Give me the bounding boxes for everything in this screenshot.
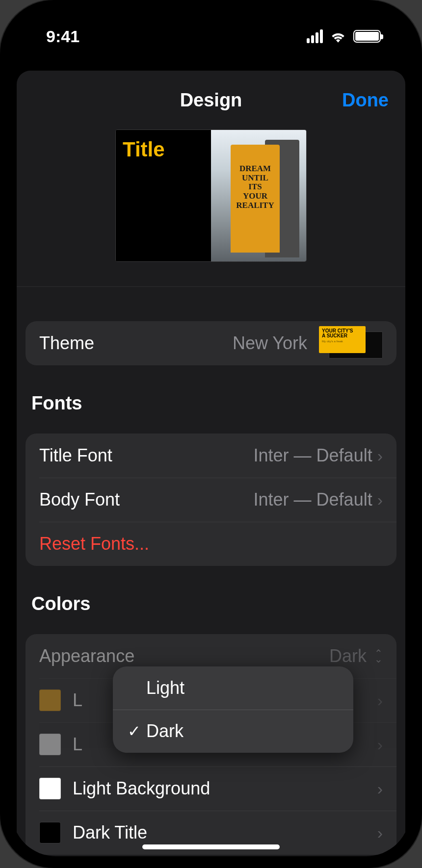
- appearance-option-light[interactable]: Light: [113, 666, 353, 710]
- chevron-right-icon: ›: [377, 823, 383, 842]
- check-icon: ✓: [124, 722, 144, 740]
- design-preview: Title DREAM UNTIL ITS YOUR REALITY: [17, 129, 405, 287]
- reset-fonts-row[interactable]: Reset Fonts...: [26, 522, 396, 566]
- appearance-value: Dark: [329, 646, 367, 666]
- status-time: 9:41: [46, 27, 79, 46]
- theme-thumbnail: YOUR CITY'S A SUCKER My city's a freak: [319, 326, 383, 360]
- chevron-right-icon: ›: [377, 779, 383, 798]
- appearance-option-label: Light: [146, 678, 185, 698]
- appearance-popover: Light ✓ Dark: [113, 666, 353, 753]
- color-row-label: Light Background: [73, 778, 377, 799]
- body-font-value: Inter — Default: [254, 489, 372, 510]
- preview-left: Title: [116, 130, 211, 261]
- title-font-row[interactable]: Title Font Inter — Default ›: [26, 434, 396, 478]
- status-indicators: [307, 29, 381, 43]
- fonts-group: Title Font Inter — Default › Body Font I…: [26, 434, 396, 566]
- color-row-2[interactable]: Light Background ›: [26, 766, 396, 811]
- theme-row[interactable]: Theme New York YOUR CITY'S A SUCKER My c…: [26, 321, 396, 365]
- home-indicator[interactable]: [142, 844, 280, 849]
- color-row-label: Dark Title: [73, 822, 377, 843]
- title-font-label: Title Font: [39, 445, 254, 466]
- fonts-header: Fonts: [31, 393, 405, 414]
- chevron-right-icon: ›: [377, 735, 383, 754]
- preview-card: Title DREAM UNTIL ITS YOUR REALITY: [115, 129, 307, 262]
- preview-graffiti-text: DREAM UNTIL ITS YOUR REALITY: [236, 164, 275, 210]
- sheet-header: Design Done: [17, 71, 405, 129]
- page-title: Design: [180, 90, 242, 111]
- wifi-icon: [330, 30, 346, 43]
- color-swatch: [39, 778, 61, 799]
- theme-group: Theme New York YOUR CITY'S A SUCKER My c…: [26, 321, 396, 365]
- preview-title-text: Title: [123, 138, 204, 161]
- chevron-right-icon: ›: [377, 490, 383, 510]
- sheet-scroll[interactable]: Theme New York YOUR CITY'S A SUCKER My c…: [17, 287, 405, 856]
- status-bar: 9:41: [12, 12, 410, 61]
- color-swatch: [39, 689, 61, 711]
- theme-value: New York: [233, 333, 307, 354]
- color-swatch: [39, 822, 61, 843]
- body-font-label: Body Font: [39, 489, 254, 510]
- done-button[interactable]: Done: [342, 90, 389, 111]
- color-swatch: [39, 734, 61, 755]
- updown-icon: ⌃⌄: [374, 650, 383, 662]
- colors-group: Appearance Dark ⌃⌄ L › L ›: [26, 634, 396, 855]
- device-frame: 9:41 Design Done: [0, 0, 422, 868]
- cellular-icon: [307, 29, 323, 43]
- colors-header: Colors: [31, 593, 405, 614]
- appearance-option-dark[interactable]: ✓ Dark: [113, 710, 353, 753]
- chevron-right-icon: ›: [377, 446, 383, 465]
- appearance-label: Appearance: [39, 646, 329, 666]
- chevron-right-icon: ›: [377, 691, 383, 710]
- preview-photo: DREAM UNTIL ITS YOUR REALITY: [211, 130, 306, 261]
- design-sheet: Design Done Title DREAM UNTIL ITS YOUR R…: [17, 71, 405, 856]
- body-font-row[interactable]: Body Font Inter — Default ›: [26, 478, 396, 522]
- theme-thumb-line2: A SUCKER: [322, 333, 363, 338]
- appearance-option-label: Dark: [146, 721, 184, 741]
- title-font-value: Inter — Default: [254, 445, 372, 466]
- screen: 9:41 Design Done: [12, 12, 410, 856]
- theme-thumb-sub: My city's a freak: [322, 340, 363, 343]
- reset-fonts-label: Reset Fonts...: [39, 534, 383, 554]
- theme-label: Theme: [39, 333, 233, 354]
- battery-icon: [353, 30, 381, 43]
